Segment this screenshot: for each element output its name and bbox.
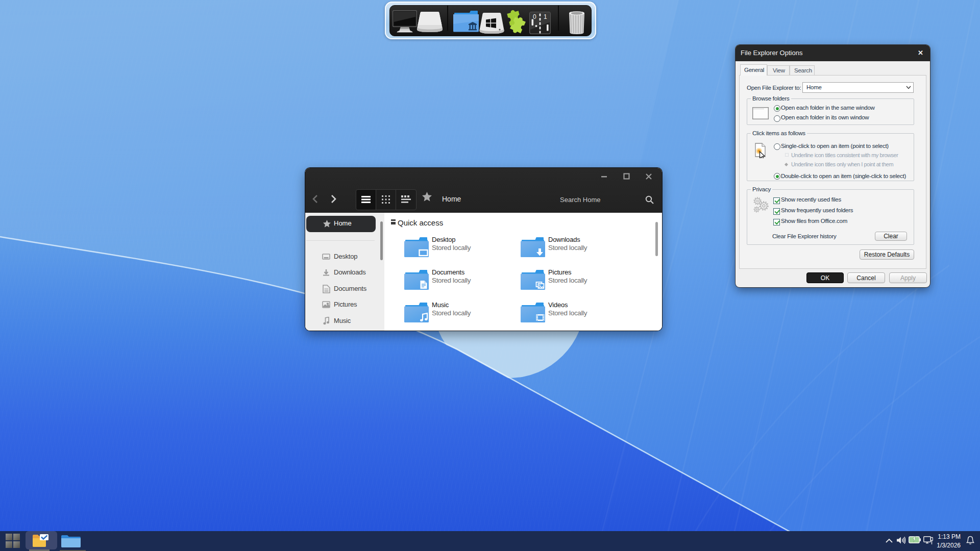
svg-text:1: 1	[544, 13, 547, 20]
svg-text:0: 0	[533, 13, 536, 20]
